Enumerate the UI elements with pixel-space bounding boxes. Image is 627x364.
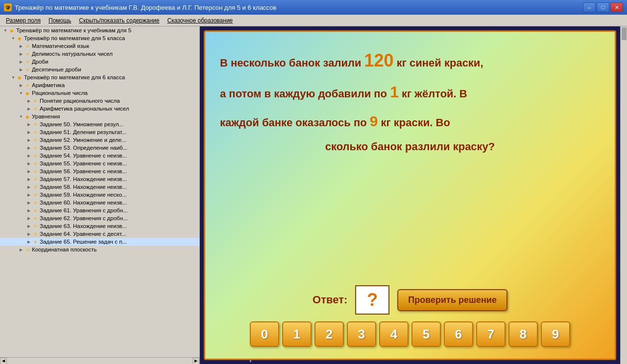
- tree-decimal[interactable]: Десятичные дроби: [0, 66, 199, 73]
- tree-arithmetic[interactable]: Арифметика: [0, 81, 199, 89]
- tree-task64-label: Задание 64. Уравнение с десят...: [40, 231, 126, 237]
- tree-task64[interactable]: Задание 64. Уравнение с десят...: [0, 230, 199, 238]
- answer-box[interactable]: ?: [355, 285, 389, 315]
- scroll-right-btn[interactable]: ▶: [193, 358, 199, 364]
- expand-icon: [25, 223, 32, 229]
- menu-bar: Размер поля Помощь Скрыть/показать содер…: [0, 15, 627, 26]
- expand-icon: [18, 58, 24, 65]
- tree-task56-label: Задание 56. Уравнение с неизв...: [40, 168, 127, 174]
- tree-task65[interactable]: Задание 65. Решение задач с п...: [0, 238, 199, 246]
- line2-after: кг жёлтой. В: [402, 88, 467, 100]
- tree-fractions[interactable]: Дроби: [0, 58, 199, 66]
- tree-task55[interactable]: Задание 55. Уравнение с неизв...: [0, 159, 199, 167]
- numpad-6[interactable]: 6: [444, 321, 473, 347]
- expand-icon: [25, 121, 32, 128]
- expand-icon: [18, 246, 24, 253]
- menu-fairy-education[interactable]: Сказочное образование: [163, 16, 237, 25]
- numpad-9[interactable]: 9: [541, 321, 570, 347]
- numpad-5[interactable]: 5: [411, 321, 441, 347]
- tree-task61[interactable]: Задание 61. Уравнения с дробн...: [0, 206, 199, 214]
- problem-line2: а потом в каждую добавили по 1 кг жёлтой…: [220, 80, 600, 105]
- menu-field-size[interactable]: Размер поля: [2, 16, 45, 25]
- tree-arithmetic-label: Арифметика: [32, 82, 65, 88]
- answer-placeholder: ?: [367, 290, 378, 310]
- star4: ✦: [401, 33, 403, 36]
- expand-icon: [18, 113, 24, 120]
- tree-fractions-label: Дроби: [32, 59, 48, 65]
- tree-rational-arith[interactable]: Арифметика рациональных чисел: [0, 105, 199, 113]
- node-icon: [32, 176, 38, 182]
- tree-task51[interactable]: Задание 51. Деление результат...: [0, 128, 199, 136]
- numpad-4[interactable]: 4: [379, 321, 409, 347]
- tree-grade5[interactable]: Тренажёр по математике для 5 класса: [0, 34, 199, 42]
- numpad-3[interactable]: 3: [347, 321, 376, 347]
- right-scrollbar[interactable]: [620, 26, 627, 364]
- tree-task51-label: Задание 51. Деление результат...: [40, 129, 126, 135]
- tree-task58[interactable]: Задание 58. Нахождение неизв...: [0, 183, 199, 191]
- node-icon: [24, 51, 30, 57]
- numpad-0[interactable]: 0: [250, 321, 279, 347]
- tree-task50[interactable]: Задание 50. Умножение резул...: [0, 120, 199, 128]
- window-title: Тренажёр по математике к учебникам Г.В. …: [15, 4, 583, 11]
- tree-divisibility[interactable]: Делимость натуральных чисел: [0, 50, 199, 58]
- answer-section: Ответ: ? Проверить решение: [220, 285, 600, 315]
- node-icon: [32, 239, 38, 245]
- tree-root[interactable]: Тренажёр по математике к учебникам для 5: [0, 26, 199, 34]
- node-icon: [32, 231, 38, 237]
- tree-coord-plane[interactable]: Координатная плоскость: [0, 246, 199, 253]
- maximize-button[interactable]: □: [597, 2, 609, 12]
- node-icon: [24, 114, 30, 119]
- menu-toggle-content[interactable]: Скрыть/показать содержание: [75, 16, 163, 25]
- node-icon: [32, 153, 38, 159]
- app-icon: 🎓: [4, 3, 12, 11]
- expand-icon: [25, 97, 32, 104]
- expand-icon: [18, 50, 24, 57]
- close-button[interactable]: ✕: [610, 2, 623, 12]
- sidebar-scroll[interactable]: Тренажёр по математике к учебникам для 5…: [0, 26, 199, 357]
- scroll-left-btn[interactable]: ◀: [0, 358, 7, 364]
- tree-task53[interactable]: Задание 53. Определение наиб...: [0, 144, 199, 152]
- game-panel: ✦ ✦ ✦ ✦ ✦ ✦ В несколько банок залили 120…: [204, 30, 616, 360]
- numpad: 0 1 2 3 4 5 6 7 8 9: [220, 321, 600, 347]
- line3-num: 9: [370, 113, 378, 129]
- tree-task56[interactable]: Задание 56. Уравнение с неизв...: [0, 167, 199, 175]
- window-controls: – □ ✕: [583, 2, 623, 12]
- line1-num: 120: [364, 50, 394, 70]
- check-button[interactable]: Проверить решение: [397, 289, 507, 311]
- star1: ✦: [210, 36, 213, 40]
- tree-task60[interactable]: Задание 60. Нахождение неизв...: [0, 199, 199, 206]
- expand-icon: [25, 238, 32, 245]
- tree-task59-label: Задание 59. Нахождение неско...: [40, 192, 126, 198]
- tree-task59[interactable]: Задание 59. Нахождение неско...: [0, 191, 199, 199]
- tree-task52[interactable]: Задание 52. Умножение и деле...: [0, 136, 199, 144]
- minimize-button[interactable]: –: [583, 2, 596, 12]
- tree-task57[interactable]: Задание 57. Нахождение неизв...: [0, 175, 199, 183]
- expand-icon: [25, 215, 32, 222]
- tree-task58-label: Задание 58. Нахождение неизв...: [40, 184, 127, 190]
- sidebar-bottom: ◀ ▶: [0, 357, 199, 364]
- tree-task62[interactable]: Задание 62. Уравнения с дробн...: [0, 214, 199, 222]
- tree-equations[interactable]: Уравнения: [0, 113, 199, 120]
- numpad-1[interactable]: 1: [282, 321, 312, 347]
- menu-help[interactable]: Помощь: [45, 16, 75, 25]
- numpad-2[interactable]: 2: [314, 321, 344, 347]
- node-icon: [17, 74, 23, 80]
- main-layout: Тренажёр по математике к учебникам для 5…: [0, 26, 627, 364]
- problem-line4: сколько банок разлили краску?: [220, 138, 600, 155]
- node-icon: [32, 184, 38, 190]
- tree-rational-concept-label: Понятие рационального числа: [40, 98, 120, 104]
- node-icon: [17, 35, 23, 41]
- tree-rational[interactable]: Рациональные числа: [0, 89, 199, 97]
- numpad-7[interactable]: 7: [476, 321, 506, 347]
- tree-task54[interactable]: Задание 54. Уравнение с неизв...: [0, 152, 199, 159]
- expand-icon: [25, 176, 32, 182]
- tree-grade6[interactable]: Тренажёр по математике для 6 класса: [0, 73, 199, 81]
- h-scrollbar: [7, 358, 193, 364]
- tree-rational-concept[interactable]: Понятие рационального числа: [0, 97, 199, 105]
- tree-math-lang[interactable]: Математический язык: [0, 42, 199, 50]
- expand-icon: [10, 74, 17, 81]
- tree-task62-label: Задание 62. Уравнения с дробн...: [40, 215, 128, 221]
- tree-divisibility-label: Делимость натуральных чисел: [32, 51, 113, 57]
- numpad-8[interactable]: 8: [508, 321, 538, 347]
- tree-task63[interactable]: Задание 63. Нахождение неизв...: [0, 222, 199, 230]
